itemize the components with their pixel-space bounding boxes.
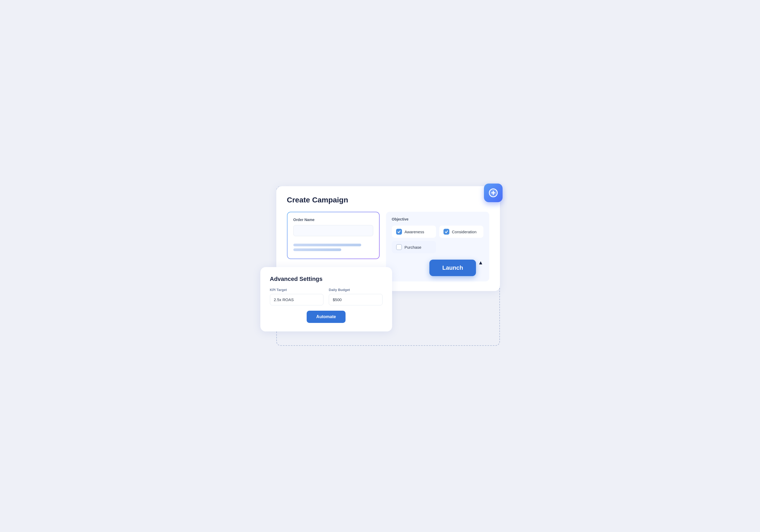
order-name-inner: Order Name — [288, 212, 379, 258]
daily-budget-label: Daily Budget — [329, 288, 383, 292]
checkbox-purchase[interactable]: Purchase — [392, 241, 436, 253]
order-name-label: Order Name — [293, 218, 373, 222]
checkmark-icon — [397, 230, 401, 234]
kpi-target-label: KPI Target — [270, 288, 324, 292]
launch-button[interactable]: Launch — [429, 260, 476, 276]
outer-wrapper: Create Campaign Order Name Object — [261, 186, 500, 346]
cursor-indicator: ▲ — [478, 260, 483, 276]
automate-button[interactable]: Automate — [307, 311, 346, 323]
advanced-settings-title: Advanced Settings — [270, 276, 383, 283]
advanced-settings-card: Advanced Settings KPI Target Daily Budge… — [261, 267, 392, 332]
checkbox-awareness-box — [396, 229, 402, 235]
kpi-target-input[interactable] — [270, 294, 324, 305]
daily-budget-input[interactable] — [329, 294, 383, 305]
checkbox-awareness-label: Awareness — [404, 230, 424, 234]
skeleton-line-1 — [293, 244, 361, 246]
cards-container: Create Campaign Order Name Object — [261, 186, 500, 332]
checkbox-awareness[interactable]: Awareness — [392, 226, 436, 238]
checkbox-consideration-box — [444, 229, 449, 235]
plus-circle-icon — [489, 188, 498, 198]
order-name-section: Order Name — [287, 212, 380, 259]
checkbox-consideration-label: Consideration — [452, 230, 477, 234]
order-name-input[interactable] — [293, 225, 373, 236]
checkbox-grid: Awareness Consideration — [392, 226, 483, 253]
checkbox-purchase-label: Purchase — [404, 245, 421, 249]
checkbox-purchase-box — [396, 244, 402, 250]
settings-row: KPI Target Daily Budget — [270, 288, 383, 305]
page-title: Create Campaign — [287, 196, 489, 204]
objective-section: Objective Awareness — [386, 212, 489, 282]
add-button[interactable] — [484, 184, 502, 202]
objective-label: Objective — [392, 217, 483, 221]
kpi-target-field: KPI Target — [270, 288, 324, 305]
checkmark-icon-2 — [445, 230, 448, 234]
daily-budget-field: Daily Budget — [329, 288, 383, 305]
launch-area: Launch ▲ — [392, 260, 483, 276]
checkbox-consideration[interactable]: Consideration — [439, 226, 483, 238]
skeleton-line-2 — [293, 248, 341, 251]
